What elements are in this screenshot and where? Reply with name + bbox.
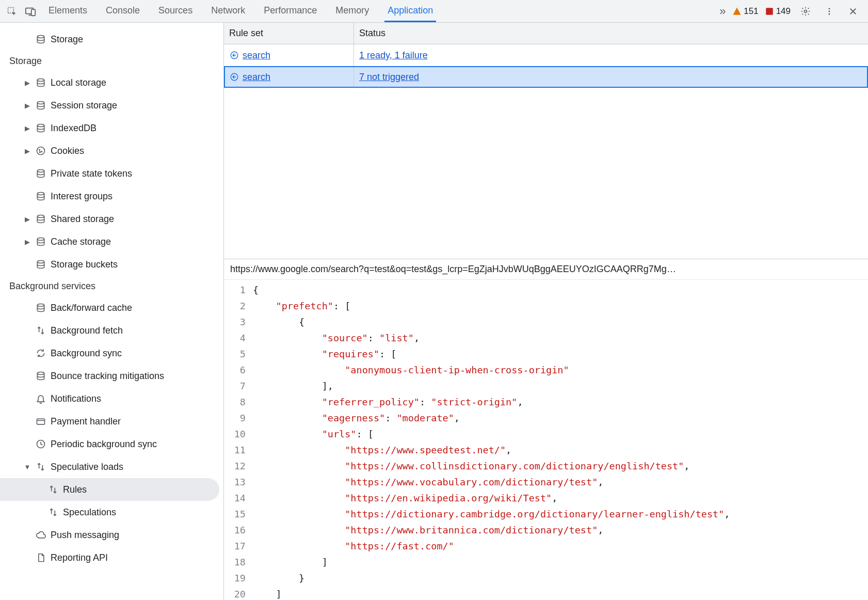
tab-memory[interactable]: Memory — [332, 0, 372, 22]
expander-icon[interactable] — [24, 102, 31, 109]
sidebar-item-label: Notifications — [51, 393, 101, 404]
sidebar-item-cache-storage[interactable]: Cache storage — [0, 230, 223, 253]
expander-icon[interactable] — [24, 215, 31, 223]
sidebar-item-periodic-background-sync[interactable]: Periodic background sync — [0, 433, 223, 455]
sidebar-item-label: Private state tokens — [51, 168, 132, 179]
warnings-badge[interactable]: 151 — [732, 6, 758, 17]
svg-rect-2 — [31, 9, 35, 15]
table-row[interactable]: search1 ready, 1 failure — [224, 44, 868, 66]
database-icon — [35, 213, 46, 225]
close-devtools-icon[interactable] — [844, 3, 862, 20]
line-number: 11 — [224, 442, 253, 458]
sidebar-item-reporting-api[interactable]: Reporting API — [0, 546, 223, 569]
sidebar-item-indexeddb[interactable]: IndexedDB — [0, 117, 223, 139]
code-line: 8 "referrer_policy": "strict-origin", — [224, 394, 868, 410]
svg-point-9 — [37, 79, 44, 82]
sidebar-item-bounce-tracking-mitigations[interactable]: Bounce tracking mitigations — [0, 365, 223, 387]
tab-console[interactable]: Console — [103, 0, 143, 22]
table-header-row: Rule set Status — [224, 23, 868, 44]
inspect-element-icon[interactable] — [3, 3, 21, 20]
expander-icon[interactable] — [24, 147, 31, 155]
sidebar-item-label: Periodic background sync — [51, 439, 157, 450]
tab-application[interactable]: Application — [384, 0, 436, 22]
sidebar-item-interest-groups[interactable]: Interest groups — [0, 185, 223, 208]
kebab-menu-icon[interactable] — [821, 3, 838, 20]
sidebar-item-back-forward-cache[interactable]: Back/forward cache — [0, 296, 223, 319]
column-status[interactable]: Status — [354, 23, 868, 44]
tab-sources[interactable]: Sources — [155, 0, 196, 22]
line-number: 14 — [224, 490, 253, 506]
sidebar-item-background-sync[interactable]: Background sync — [0, 342, 223, 365]
sidebar-item-label: Cookies — [51, 146, 84, 156]
line-number: 7 — [224, 378, 253, 394]
database-icon — [35, 168, 46, 179]
code-line: 12 "https://www.collinsdictionary.com/di… — [224, 458, 868, 474]
sidebar-item-speculative-loads[interactable]: Speculative loads — [0, 455, 223, 478]
sidebar-item-session-storage[interactable]: Session storage — [0, 94, 223, 117]
sidebar-item-label: Reporting API — [51, 552, 108, 563]
device-toolbar-icon[interactable] — [22, 3, 39, 20]
code-line: 10 "urls": [ — [224, 426, 868, 442]
sidebar-item-label: Back/forward cache — [51, 303, 132, 313]
svg-point-21 — [37, 304, 44, 307]
errors-badge[interactable]: 149 — [765, 6, 791, 17]
sidebar-item-push-messaging[interactable]: Push messaging — [0, 524, 223, 546]
code-line: 4 "source": "list", — [224, 330, 868, 346]
ruleset-link[interactable]: search — [243, 50, 270, 61]
ruleset-icon — [229, 72, 239, 82]
tab-elements[interactable]: Elements — [45, 0, 90, 22]
sync-icon — [35, 348, 46, 359]
svg-rect-23 — [37, 419, 45, 424]
tab-performance[interactable]: Performance — [261, 0, 320, 22]
sidebar-item-label: Local storage — [51, 77, 106, 88]
expander-icon[interactable] — [24, 124, 31, 132]
line-number: 2 — [224, 298, 253, 314]
tab-network[interactable]: Network — [208, 0, 248, 22]
code-viewer[interactable]: 1{2 "prefetch": [3 {4 "source": "list",5… — [224, 280, 868, 600]
expander-icon[interactable] — [24, 463, 31, 471]
svg-point-14 — [41, 151, 42, 152]
expander-icon[interactable] — [24, 79, 31, 87]
sidebar-item-payment-handler[interactable]: Payment handler — [0, 410, 223, 433]
svg-point-4 — [805, 10, 807, 12]
ruleset-source-url: https://www.google.com/search?q=test&oq=… — [224, 259, 868, 280]
svg-point-15 — [40, 152, 41, 153]
sidebar-item-background-fetch[interactable]: Background fetch — [0, 319, 223, 342]
sidebar-item-label: Background sync — [51, 348, 122, 359]
settings-gear-icon[interactable] — [797, 3, 814, 20]
sidebar-item-label: Interest groups — [51, 191, 112, 202]
sidebar-item-label: Storage buckets — [51, 259, 118, 270]
sidebar-item-cookies[interactable]: Cookies — [0, 139, 223, 162]
status-link[interactable]: 7 not triggered — [359, 72, 419, 83]
svg-point-11 — [37, 124, 44, 127]
expander-icon[interactable] — [24, 238, 31, 246]
svg-point-20 — [37, 261, 44, 263]
sidebar-item-speculations[interactable]: Speculations — [0, 501, 223, 524]
table-row[interactable]: search7 not triggered — [224, 66, 868, 88]
devtools-toolbar: ElementsConsoleSourcesNetworkPerformance… — [0, 0, 868, 23]
code-line: 3 { — [224, 314, 868, 330]
sidebar-item-rules[interactable]: Rules — [0, 478, 219, 501]
sidebar-item-storage-buckets[interactable]: Storage buckets — [0, 253, 223, 276]
code-line: 2 "prefetch": [ — [224, 298, 868, 314]
clock-icon — [35, 438, 46, 450]
sidebar-item-label: IndexedDB — [51, 123, 97, 134]
sidebar-item-storage[interactable]: Storage — [0, 28, 223, 51]
line-number: 4 — [224, 330, 253, 346]
more-tabs-button[interactable]: » — [714, 3, 731, 20]
sidebar-item-label: Bounce tracking mitigations — [51, 371, 164, 382]
sidebar-item-local-storage[interactable]: Local storage — [0, 71, 223, 94]
column-ruleset[interactable]: Rule set — [224, 23, 354, 44]
code-line: 5 "requires": [ — [224, 346, 868, 362]
code-line: 6 "anonymous-client-ip-when-cross-origin… — [224, 362, 868, 378]
code-line: 7 ], — [224, 378, 868, 394]
database-icon — [35, 100, 46, 111]
ruleset-link[interactable]: search — [243, 72, 270, 83]
sidebar-item-private-state-tokens[interactable]: Private state tokens — [0, 162, 223, 185]
svg-point-12 — [37, 147, 45, 155]
sidebar-item-shared-storage[interactable]: Shared storage — [0, 208, 223, 230]
code-line: 16 "https://www.britannica.com/dictionar… — [224, 522, 868, 538]
status-link[interactable]: 1 ready, 1 failure — [359, 50, 428, 61]
application-sidebar[interactable]: StorageStorageLocal storageSession stora… — [0, 23, 224, 600]
sidebar-item-notifications[interactable]: Notifications — [0, 387, 223, 410]
